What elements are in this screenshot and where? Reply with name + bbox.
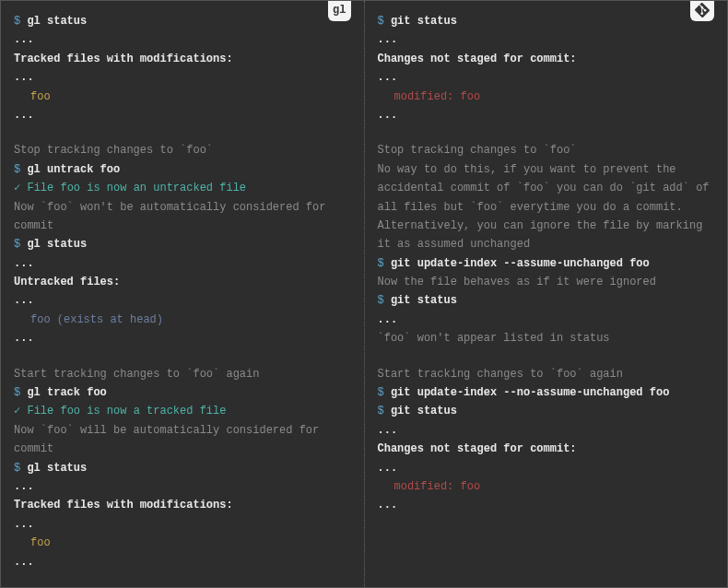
- section-heading: Tracked files with modifications:: [14, 50, 351, 68]
- success-line: ✓ File foo is now a tracked file: [14, 402, 351, 420]
- section-heading: Changes not staged for commit:: [378, 50, 715, 68]
- ellipsis-line: ...: [14, 254, 351, 273]
- comment-line: Start tracking changes to `foo` again: [14, 365, 351, 383]
- gl-command-line: $ gl status: [14, 12, 351, 30]
- prompt: $: [14, 15, 27, 28]
- prompt: $: [14, 238, 27, 251]
- command-text: git status: [391, 405, 457, 417]
- command-text: git update-index --assume-unchanged foo: [391, 257, 650, 270]
- git-command-line: $ git status: [378, 402, 715, 420]
- success-line: ✓ File foo is now an untracked file: [14, 179, 351, 197]
- git-command-line: $ git status: [378, 291, 715, 310]
- ellipsis-line: ...: [14, 477, 351, 496]
- ellipsis-line: ...: [378, 496, 715, 514]
- git-badge-icon: [690, 1, 714, 21]
- file-entry: foo: [14, 534, 351, 552]
- comment-line: Start tracking changes to `foo` again: [378, 365, 715, 383]
- file-entry: modified: foo: [378, 88, 715, 106]
- command-text: git update-index --no-assume-unchanged f…: [391, 386, 669, 399]
- comment-line: No way to do this, if you want to preven…: [378, 160, 715, 254]
- ellipsis-line: ...: [378, 421, 715, 440]
- command-text: git status: [391, 15, 457, 28]
- prompt: $: [378, 257, 391, 270]
- section-heading: Tracked files with modifications:: [14, 496, 351, 514]
- gl-command-line: $ gl status: [14, 459, 351, 477]
- command-text: gl track foo: [27, 386, 106, 399]
- comment-line: Now `foo` won't be automatically conside…: [14, 198, 351, 236]
- git-panel: $ git status...Changes not staged for co…: [365, 1, 728, 587]
- spacer: [378, 348, 715, 365]
- gl-command-line: $ gl track foo: [14, 383, 351, 402]
- gl-command-line: $ gl status: [14, 235, 351, 253]
- command-text: gl status: [27, 238, 87, 251]
- comment-line: Stop tracking changes to `foo`: [14, 141, 351, 159]
- section-heading: Untracked files:: [14, 273, 351, 291]
- comment-line: Stop tracking changes to `foo`: [378, 141, 715, 159]
- command-text: git status: [391, 294, 457, 307]
- file-entry: foo: [14, 88, 351, 106]
- git-command-line: $ git update-index --assume-unchanged fo…: [378, 254, 715, 273]
- ellipsis-line: ...: [378, 106, 715, 124]
- prompt: $: [378, 15, 391, 28]
- comment-line: Now `foo` will be automatically consider…: [14, 421, 351, 459]
- ellipsis-line: ...: [378, 459, 715, 477]
- file-entry: foo (exists at head): [14, 311, 351, 329]
- comparison-container: gl $ gl status...Tracked files with modi…: [0, 0, 728, 588]
- command-text: gl status: [27, 15, 87, 28]
- ellipsis-line: ...: [14, 553, 351, 571]
- command-text: gl untrack foo: [27, 163, 120, 176]
- ellipsis-line: ...: [378, 30, 715, 49]
- file-entry: modified: foo: [378, 477, 715, 496]
- ellipsis-line: ...: [14, 291, 351, 310]
- command-text: gl status: [27, 462, 87, 475]
- prompt: $: [378, 386, 391, 399]
- ellipsis-line: ...: [14, 329, 351, 347]
- gl-command-line: $ gl untrack foo: [14, 160, 351, 179]
- spacer: [14, 348, 351, 365]
- ellipsis-line: ...: [14, 30, 351, 49]
- prompt: $: [378, 405, 391, 417]
- prompt: $: [14, 386, 27, 399]
- spacer: [378, 124, 715, 141]
- git-command-line: $ git status: [378, 12, 715, 30]
- ellipsis-line: ...: [14, 68, 351, 87]
- gl-panel: gl $ gl status...Tracked files with modi…: [1, 1, 365, 587]
- prompt: $: [14, 163, 27, 176]
- gl-badge-label: gl: [333, 1, 346, 19]
- prompt: $: [14, 462, 27, 475]
- ellipsis-line: ...: [378, 311, 715, 329]
- comment-line: Now the file behaves as if it were ignor…: [378, 273, 715, 291]
- git-command-line: $ git update-index --no-assume-unchanged…: [378, 383, 715, 402]
- prompt: $: [378, 294, 391, 307]
- comment-line: `foo` won't appear listed in status: [378, 329, 715, 347]
- ellipsis-line: ...: [14, 515, 351, 534]
- gl-badge-icon: gl: [328, 1, 350, 21]
- ellipsis-line: ...: [378, 68, 715, 87]
- ellipsis-line: ...: [14, 106, 351, 124]
- git-icon: [695, 3, 710, 18]
- spacer: [14, 124, 351, 141]
- section-heading: Changes not staged for commit:: [378, 440, 715, 458]
